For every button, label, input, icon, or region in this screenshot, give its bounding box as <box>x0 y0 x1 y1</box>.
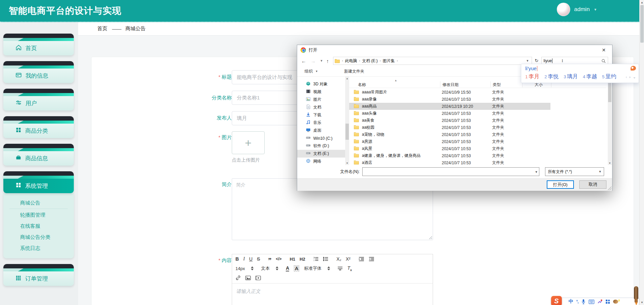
ime-candidate-璃月[interactable]: 3璃月 <box>564 73 578 80</box>
editor-body[interactable]: 请输入正文 <box>232 284 433 299</box>
rich-text-editor[interactable]: BIUS”</>H1H2X₂X² 14px 文本 A A 标准字体 Tx 请输入… <box>232 254 433 305</box>
address-bar[interactable]: ›此电脑›文档 (E:)›图片集›▼ <box>333 57 532 65</box>
scroll-up-icon[interactable]: ▲ <box>345 77 349 80</box>
resize-handle[interactable] <box>428 235 432 239</box>
insert-link-button[interactable] <box>235 275 241 280</box>
file-type-filter[interactable]: 所有文件 (*.*) ▼ <box>545 167 604 176</box>
underline-button[interactable]: U <box>249 256 253 262</box>
sidebar-item-body[interactable]: 商品信息 <box>3 151 74 166</box>
cancel-button[interactable]: 取消 <box>579 180 606 189</box>
text-color-button[interactable]: A <box>286 265 289 271</box>
punctuation-button[interactable]: °‚ <box>576 299 578 304</box>
scrollbar-thumb[interactable] <box>608 82 611 102</box>
nav-scrollbar[interactable]: ▲ ▼ <box>345 77 349 165</box>
ime-candidate-李月[interactable]: 1李月 <box>525 73 539 80</box>
font-size-select[interactable]: 14px <box>235 266 254 271</box>
sidebar-item-系统管理[interactable]: 系统管理 <box>3 171 74 193</box>
sidebar-item-我的信息[interactable]: 我的信息 <box>3 61 74 83</box>
emoji-pet-icon[interactable] <box>613 300 618 304</box>
sidebar-item-body[interactable]: 用户 <box>3 96 74 111</box>
scroll-down-icon[interactable]: ▼ <box>345 162 349 164</box>
next-page-icon[interactable]: › <box>629 75 631 79</box>
file-row-aa美食[interactable]: aa美食2024/10/7 10:53文件夹 <box>349 117 606 124</box>
file-row-aa校园[interactable]: aa校园2024/10/7 10:53文件夹 <box>349 124 606 131</box>
address-segment-文档 (E:)[interactable]: 文档 (E:) <box>362 58 378 64</box>
code-button[interactable]: </> <box>276 257 281 261</box>
nav-place-音乐[interactable]: 音乐 <box>297 119 345 127</box>
nav-place-视频[interactable]: 视频 <box>297 88 345 96</box>
file-row-aaa头像[interactable]: aaa头像2024/10/7 10:53文件夹 <box>349 110 606 117</box>
sidebar-item-订单管理[interactable]: 订单管理 <box>3 264 74 286</box>
scrollbar-thumb[interactable] <box>345 124 349 140</box>
submenu-item-系统日志[interactable]: 系统日志 <box>3 243 74 254</box>
chinese-mode-button[interactable]: 中 <box>569 299 573 305</box>
user-menu[interactable]: admin ▼ <box>557 3 597 16</box>
close-icon[interactable]: ✕ <box>599 47 609 53</box>
keyboard-icon[interactable] <box>589 300 594 304</box>
subscript-button[interactable]: X₂ <box>336 256 341 262</box>
bold-button[interactable]: B <box>235 256 239 262</box>
filename-input[interactable]: ▼ <box>362 167 539 176</box>
ime-candidate-里约[interactable]: 5里约 <box>602 73 616 80</box>
font-family-select[interactable]: 标准字体 <box>304 265 330 271</box>
italic-button[interactable]: I <box>243 256 245 262</box>
ordered-list-button[interactable] <box>313 257 319 261</box>
sidebar-item-商品分类[interactable]: 商品分类 <box>3 116 74 138</box>
file-row-a房源[interactable]: a房源2024/10/7 10:53文件夹 <box>349 138 606 145</box>
nav-place-3D 对象[interactable]: 3D 对象 <box>297 80 345 88</box>
line-height-button[interactable] <box>337 266 343 271</box>
more-icon[interactable]: ⌄ <box>633 75 636 79</box>
nav-place-桌面[interactable]: 桌面 <box>297 127 345 134</box>
organize-menu[interactable]: 组织 <box>305 69 313 74</box>
new-folder-button[interactable]: 新建文件夹 <box>344 69 364 74</box>
column-header-名称[interactable]: 名称 <box>358 82 366 88</box>
sidebar-item-商品信息[interactable]: 商品信息 <box>3 144 74 166</box>
address-segment-此电脑[interactable]: 此电脑 <box>345 58 357 64</box>
file-row-a酒店[interactable]: a酒店2024/10/7 10:53文件夹 <box>349 159 606 165</box>
insert-video-button[interactable] <box>255 275 261 280</box>
breadcrumb-home[interactable]: 首页 <box>97 26 107 32</box>
ime-candidate-李悦[interactable]: 2李悦 <box>544 73 558 80</box>
file-row-a风景[interactable]: a风景2024/10/7 10:53文件夹 <box>349 145 606 152</box>
back-button[interactable]: ← <box>301 58 306 64</box>
format-select[interactable]: 文本 <box>261 265 278 271</box>
refresh-button[interactable]: ↻ <box>533 57 540 64</box>
scroll-down-icon[interactable]: ▼ <box>608 162 612 164</box>
forward-button[interactable]: → <box>311 58 316 64</box>
outdent-button[interactable] <box>369 257 374 261</box>
submenu-item-商城公告分类[interactable]: 商城公告分类 <box>3 231 74 243</box>
ime-candidate-李越[interactable]: 4李越 <box>583 73 597 80</box>
sidebar-item-body[interactable]: 我的信息 <box>3 69 74 83</box>
submenu-item-商城公告[interactable]: 商城公告 <box>3 197 74 208</box>
sidebar-item-用户[interactable]: 用户 <box>3 89 74 111</box>
apps-grid-icon[interactable] <box>605 299 610 304</box>
nav-place-Win10 (C:)[interactable]: Win10 (C:) <box>297 134 345 142</box>
resize-grip[interactable] <box>607 186 611 190</box>
blockquote-button[interactable]: ” <box>268 259 271 262</box>
sidebar-item-body[interactable]: 订单管理 <box>3 271 74 286</box>
nav-place-文档[interactable]: 文档 <box>297 103 345 111</box>
nav-place-软件 (D:)[interactable]: 软件 (D:) <box>297 142 345 150</box>
page-scrollbar[interactable]: ▲ ▼ <box>639 0 644 305</box>
heading-2-button[interactable]: H2 <box>300 257 305 262</box>
strikethrough-button[interactable]: S <box>257 256 260 262</box>
chevron-down-icon[interactable]: ▼ <box>535 170 538 174</box>
sidebar-item-body[interactable]: 系统管理 <box>3 179 74 193</box>
scroll-up-icon[interactable]: ▲ <box>640 0 644 5</box>
superscript-button[interactable]: X² <box>346 256 351 262</box>
highlight-color-button[interactable]: A <box>294 265 299 271</box>
file-row-a宠物，动物[interactable]: a宠物，动物2024/10/7 10:53文件夹 <box>349 131 606 138</box>
heading-1-button[interactable]: H1 <box>290 257 296 262</box>
prev-page-icon[interactable]: ‹ <box>626 75 627 79</box>
address-segment-图片集[interactable]: 图片集 <box>383 58 395 64</box>
nav-place-图片[interactable]: 图片 <box>297 96 345 103</box>
sidebar-item-首页[interactable]: 首页 <box>3 34 74 55</box>
history-dropdown-icon[interactable]: ▼ <box>320 59 323 62</box>
sidebar-item-body[interactable]: 商品分类 <box>3 124 74 138</box>
sogou-logo[interactable]: S <box>551 296 562 305</box>
file-row-aaa录像[interactable]: aaa录像2024/10/7 10:53文件夹 <box>349 96 606 103</box>
file-row-a健康，健身，健身课，健身商品[interactable]: a健康，健身，健身课，健身商品2024/10/7 10:53文件夹 <box>349 152 606 159</box>
clear-format-button[interactable]: Tx <box>347 265 352 272</box>
list-scrollbar[interactable]: ▲ ▼ <box>608 77 612 165</box>
dialog-titlebar[interactable]: 打开 ✕ <box>297 45 612 55</box>
